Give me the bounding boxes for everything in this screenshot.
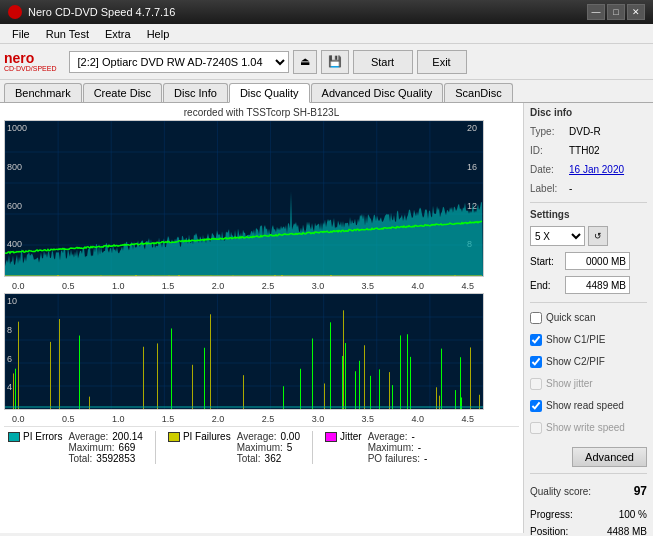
pi-errors-label: PI Errors <box>23 431 62 442</box>
pi-failures-legend: PI Failures <box>168 431 231 442</box>
tab-benchmark[interactable]: Benchmark <box>4 83 82 102</box>
show-read-speed-checkbox[interactable] <box>530 400 542 412</box>
minimize-button[interactable]: — <box>587 4 605 20</box>
end-label: End: <box>530 280 562 291</box>
end-mb-row: End: <box>530 276 647 294</box>
quality-score-row: Quality score: 97 <box>530 484 647 498</box>
show-jitter-row: Show jitter <box>530 375 647 393</box>
date-label: Date: <box>530 162 566 177</box>
divider-2 <box>530 302 647 303</box>
eject-button[interactable]: ⏏ <box>293 50 317 74</box>
tab-create-disc[interactable]: Create Disc <box>83 83 162 102</box>
show-c2-label[interactable]: Show C2/PIF <box>546 353 605 371</box>
jitter-legend: Jitter <box>325 431 362 442</box>
pi-errors-legend: PI Errors <box>8 431 62 442</box>
show-write-speed-row: Show write speed <box>530 419 647 437</box>
app-icon <box>8 5 22 19</box>
chart-title: recorded with TSSTcorp SH-B123L <box>4 107 519 118</box>
show-write-speed-checkbox[interactable] <box>530 422 542 434</box>
quality-score-value: 97 <box>634 484 647 498</box>
date-value[interactable]: 16 Jan 2020 <box>569 162 624 177</box>
disc-id-row: ID: TTH02 <box>530 143 647 158</box>
show-c1-checkbox[interactable] <box>530 334 542 346</box>
upper-chart <box>4 120 484 277</box>
start-label: Start: <box>530 256 562 267</box>
tab-bar: Benchmark Create Disc Disc Info Disc Qua… <box>0 80 653 103</box>
lower-x-axis: 0.0 0.5 1.0 1.5 2.0 2.5 3.0 3.5 4.0 4.5 <box>4 414 482 424</box>
end-input[interactable] <box>565 276 630 294</box>
label-value: - <box>569 181 572 196</box>
quick-scan-row: Quick scan <box>530 309 647 327</box>
advanced-button[interactable]: Advanced <box>572 447 647 467</box>
show-jitter-checkbox[interactable] <box>530 378 542 390</box>
right-panel: Disc info Type: DVD-R ID: TTH02 Date: 16… <box>523 103 653 533</box>
tab-disc-quality[interactable]: Disc Quality <box>229 83 310 103</box>
menu-help[interactable]: Help <box>139 26 178 42</box>
charts-area: recorded with TSSTcorp SH-B123L 0.0 0.5 … <box>0 103 523 533</box>
show-read-speed-label[interactable]: Show read speed <box>546 397 624 415</box>
label-label: Label: <box>530 181 566 196</box>
show-c2-row: Show C2/PIF <box>530 353 647 371</box>
jitter-values: Average:- Maximum:- PO failures:- <box>368 431 428 464</box>
lower-chart-container <box>4 293 519 410</box>
close-button[interactable]: ✕ <box>627 4 645 20</box>
upper-x-axis: 0.0 0.5 1.0 1.5 2.0 2.5 3.0 3.5 4.0 4.5 <box>4 281 482 291</box>
exit-button[interactable]: Exit <box>417 50 467 74</box>
pi-failures-color <box>168 432 180 442</box>
id-label: ID: <box>530 143 566 158</box>
menu-extra[interactable]: Extra <box>97 26 139 42</box>
disc-type-row: Type: DVD-R <box>530 124 647 139</box>
show-read-speed-row: Show read speed <box>530 397 647 415</box>
disc-date-row: Date: 16 Jan 2020 <box>530 162 647 177</box>
divider-3 <box>530 473 647 474</box>
tab-scan-disc[interactable]: ScanDisc <box>444 83 512 102</box>
id-value: TTH02 <box>569 143 600 158</box>
quick-scan-checkbox[interactable] <box>530 312 542 324</box>
lower-chart <box>4 293 484 410</box>
progress-label: Progress: <box>530 506 573 523</box>
start-input[interactable] <box>565 252 630 270</box>
menu-file[interactable]: File <box>4 26 38 42</box>
speed-settings-row: 5 X 1 X 2 X 4 X 8 X Max ↺ <box>530 226 647 246</box>
start-mb-row: Start: <box>530 252 647 270</box>
show-c1-label[interactable]: Show C1/PIE <box>546 331 605 349</box>
disc-info-title: Disc info <box>530 107 647 118</box>
jitter-color <box>325 432 337 442</box>
drive-select[interactable]: [2:2] Optiarc DVD RW AD-7240S 1.04 <box>69 51 289 73</box>
disc-label-row: Label: - <box>530 181 647 196</box>
progress-section: Progress: 100 % Position: 4488 MB Speed:… <box>530 506 647 536</box>
refresh-button[interactable]: ↺ <box>588 226 608 246</box>
type-label: Type: <box>530 124 566 139</box>
pi-errors-color <box>8 432 20 442</box>
tab-disc-info[interactable]: Disc Info <box>163 83 228 102</box>
position-value: 4488 MB <box>607 523 647 536</box>
nero-logo: nero CD·DVD/SPEED <box>4 51 57 72</box>
menu-bar: File Run Test Extra Help <box>0 24 653 44</box>
toolbar: nero CD·DVD/SPEED [2:2] Optiarc DVD RW A… <box>0 44 653 80</box>
divider-1 <box>530 202 647 203</box>
show-c2-checkbox[interactable] <box>530 356 542 368</box>
show-c1-row: Show C1/PIE <box>530 331 647 349</box>
progress-value: 100 % <box>619 506 647 523</box>
app-title: Nero CD-DVD Speed 4.7.7.16 <box>28 6 175 18</box>
type-value: DVD-R <box>569 124 601 139</box>
pi-failures-group: PI Failures Average:0.00 Maximum:5 Total… <box>168 431 300 464</box>
main-content: recorded with TSSTcorp SH-B123L 0.0 0.5 … <box>0 103 653 533</box>
show-jitter-label: Show jitter <box>546 375 593 393</box>
settings-title: Settings <box>530 209 647 220</box>
pi-failures-values: Average:0.00 Maximum:5 Total:362 <box>237 431 300 464</box>
save-button[interactable]: 💾 <box>321 50 349 74</box>
quality-score-label: Quality score: <box>530 486 591 497</box>
title-bar: Nero CD-DVD Speed 4.7.7.16 — □ ✕ <box>0 0 653 24</box>
maximize-button[interactable]: □ <box>607 4 625 20</box>
jitter-label: Jitter <box>340 431 362 442</box>
stats-footer: PI Errors Average:200.14 Maximum:669 Tot… <box>4 426 519 466</box>
jitter-group: Jitter Average:- Maximum:- PO failures:- <box>325 431 427 464</box>
start-button[interactable]: Start <box>353 50 413 74</box>
quick-scan-label[interactable]: Quick scan <box>546 309 595 327</box>
menu-run-test[interactable]: Run Test <box>38 26 97 42</box>
window-controls: — □ ✕ <box>587 4 645 20</box>
speed-select[interactable]: 5 X 1 X 2 X 4 X 8 X Max <box>530 226 585 246</box>
tab-advanced-disc-quality[interactable]: Advanced Disc Quality <box>311 83 444 102</box>
pi-errors-group: PI Errors Average:200.14 Maximum:669 Tot… <box>8 431 143 464</box>
